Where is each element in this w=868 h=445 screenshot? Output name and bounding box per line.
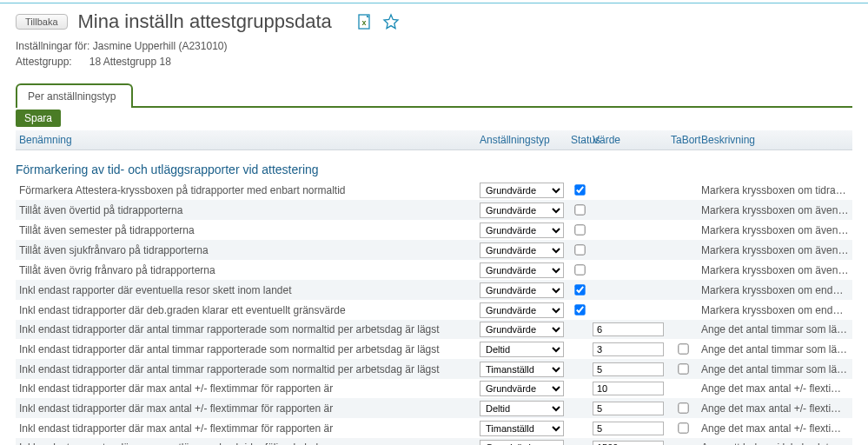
col-header-name[interactable]: Benämning	[16, 130, 476, 150]
row-name: Inkl endast tidrapporter där max antal +…	[16, 379, 476, 398]
table-row: Tillåt även sjukfrånvaro på tidrapporter…	[16, 240, 852, 260]
employment-select[interactable]: GrundvärdeDeltidTimanställd	[480, 440, 564, 445]
status-checkbox[interactable]	[574, 304, 585, 315]
row-description: Markera kryssboxen om endast tidrapporte…	[698, 300, 852, 320]
value-input[interactable]	[593, 362, 664, 376]
section-title: Förmarkering av tid- och utläggsrapporte…	[16, 150, 852, 180]
row-name: Inkl endast tidrapporter där antal timma…	[16, 320, 476, 339]
table-row: Inkl endast tidrapporter där max antal +…	[16, 418, 852, 438]
col-header-value[interactable]: Värde	[589, 130, 667, 150]
employment-select[interactable]: GrundvärdeDeltidTimanställd	[480, 242, 564, 258]
row-name: Inkl endast tidrapporter där antal timma…	[16, 339, 476, 359]
status-checkbox[interactable]	[574, 284, 585, 295]
table-row: Tillåt även semester på tidrapporternaGr…	[16, 220, 852, 240]
table-row: Inkl endast tidrapporter där max antal +…	[16, 379, 852, 398]
row-name: Inkl endast tidrapporter där max antal +…	[16, 398, 476, 418]
value-input[interactable]	[593, 322, 664, 336]
export-excel-icon[interactable]: x	[356, 13, 374, 30]
status-checkbox[interactable]	[574, 264, 585, 275]
delete-checkbox[interactable]	[678, 402, 688, 413]
table-row: Inkl endast tidrapporter där antal timma…	[16, 320, 852, 339]
page-title: Mina inställn attestgruppsdata	[78, 10, 332, 33]
employment-select[interactable]: GrundvärdeDeltidTimanställd	[480, 222, 564, 238]
status-checkbox[interactable]	[574, 204, 585, 215]
employment-select[interactable]: GrundvärdeDeltidTimanställd	[480, 302, 564, 318]
table-row: Inkl endast tidrapporter där max antal +…	[16, 398, 852, 418]
svg-text:x: x	[361, 18, 366, 27]
row-description: Markera kryssboxen om även övrig frånvar…	[698, 260, 852, 280]
row-description: Ange det antal timmar som lägst måste bl…	[698, 359, 852, 379]
col-header-employment[interactable]: Anställningstyp	[476, 130, 567, 150]
col-header-delete[interactable]: TaBort	[667, 130, 698, 150]
row-description: Ange det max antal +/- flextimmar som ti…	[698, 398, 852, 418]
table-row: Inkl endast rapporter där eventuella res…	[16, 280, 852, 300]
employment-select[interactable]: GrundvärdeDeltidTimanställd	[480, 322, 564, 337]
favorite-star-icon[interactable]	[382, 13, 400, 30]
value-input[interactable]	[593, 382, 664, 395]
delete-checkbox[interactable]	[678, 422, 688, 433]
value-input[interactable]	[593, 402, 664, 415]
row-description: Markera kryssboxen om även sjukfrånvaro …	[698, 240, 852, 260]
employment-select[interactable]: GrundvärdeDeltidTimanställd	[480, 342, 564, 357]
row-name: Förmarkera Attestera-kryssboxen på tidra…	[16, 180, 476, 200]
row-description: Ange det max antal +/- flextimmar som ti…	[698, 379, 852, 398]
save-button[interactable]: Spara	[16, 110, 61, 127]
settings-for-value: Jasmine Upperhill (A231010)	[93, 40, 228, 52]
row-name: Tillåt även övertid på tidrapporterna	[16, 200, 476, 220]
status-checkbox[interactable]	[574, 224, 585, 235]
row-description: Ange det antal timmar som lägst måste bl…	[698, 320, 852, 339]
col-header-status[interactable]: Status	[567, 130, 589, 150]
attestgroup-value: 18 Attestgrupp 18	[89, 56, 171, 68]
attestgroup-label: Attestgrupp:	[16, 56, 72, 68]
row-description: Markera kryssboxen om även övertid tillå…	[698, 200, 852, 220]
col-header-description[interactable]: Beskrivning	[698, 130, 852, 150]
table-row: Förmarkera Attestera-kryssboxen på tidra…	[16, 180, 852, 200]
status-checkbox[interactable]	[574, 244, 585, 255]
table-row: Inkl endast tidrapporter där deb.graden …	[16, 300, 852, 320]
row-name: Tillåt även övrig frånvaro på tidrapport…	[16, 260, 476, 280]
employment-select[interactable]: GrundvärdeDeltidTimanställd	[480, 381, 564, 396]
employment-select[interactable]: GrundvärdeDeltidTimanställd	[480, 401, 564, 416]
table-row: Tillåt även övertid på tidrapporternaGru…	[16, 200, 852, 220]
table-row: Inkl endast tidrapporter där antal timma…	[16, 359, 852, 379]
row-name: Inkl endast tidrapporter där antal timma…	[16, 359, 476, 379]
delete-checkbox[interactable]	[678, 363, 688, 374]
row-name: Tillåt även sjukfrånvaro på tidrapporter…	[16, 240, 476, 260]
row-description: Ange det antal timmar som lägst måste bl…	[698, 339, 852, 359]
row-name: Inkl endast tidrapporter där deb.graden …	[16, 300, 476, 320]
row-description: Markera kryssboxen om tidrapporter med e…	[698, 180, 852, 200]
employment-select[interactable]: GrundvärdeDeltidTimanställd	[480, 203, 564, 218]
settings-for-label: Inställningar för:	[16, 40, 89, 52]
row-name: Inkl endast tidrapporter där max antal +…	[16, 418, 476, 438]
value-input[interactable]	[593, 342, 664, 356]
table-row: Inkl endast rapporter där summa utlägg u…	[16, 438, 852, 445]
row-description: Markera kryssboxen om endast rapporter m…	[698, 280, 852, 300]
value-input[interactable]	[593, 441, 664, 445]
employment-select[interactable]: GrundvärdeDeltidTimanställd	[480, 421, 564, 436]
row-description: Markera kryssboxen om även semester till…	[698, 220, 852, 240]
back-button[interactable]: Tillbaka	[16, 14, 68, 30]
row-description: Ange ett belopp i lokal valuta som den t…	[698, 438, 852, 445]
row-description: Ange det max antal +/- flextimmar som ti…	[698, 418, 852, 438]
status-checkbox[interactable]	[574, 184, 585, 195]
tab-per-employment-type[interactable]: Per anställningstyp	[16, 83, 133, 108]
employment-select[interactable]: GrundvärdeDeltidTimanställd	[480, 362, 564, 377]
value-input[interactable]	[593, 422, 664, 435]
table-row: Tillåt även övrig frånvaro på tidrapport…	[16, 260, 852, 280]
employment-select[interactable]: GrundvärdeDeltidTimanställd	[480, 183, 564, 198]
table-row: Inkl endast tidrapporter där antal timma…	[16, 339, 852, 359]
row-name: Inkl endast rapporter där summa utlägg u…	[16, 438, 476, 445]
employment-select[interactable]: GrundvärdeDeltidTimanställd	[480, 282, 564, 298]
employment-select[interactable]: GrundvärdeDeltidTimanställd	[480, 262, 564, 278]
row-name: Tillåt även semester på tidrapporterna	[16, 220, 476, 240]
row-name: Inkl endast rapporter där eventuella res…	[16, 280, 476, 300]
delete-checkbox[interactable]	[678, 343, 688, 354]
